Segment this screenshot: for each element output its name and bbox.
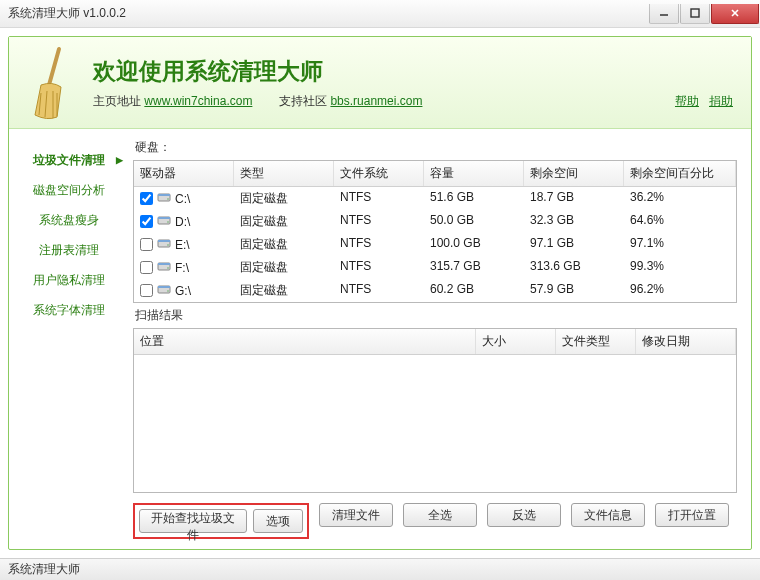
- col-header-drive[interactable]: 驱动器: [134, 161, 234, 186]
- sidebar-item-label: 垃圾文件清理: [33, 152, 105, 169]
- drive-cap: 51.6 GB: [424, 188, 524, 209]
- donate-link[interactable]: 捐助: [709, 94, 733, 108]
- highlight-box: 开始查找垃圾文件 选项: [133, 503, 309, 539]
- drive-fs: NTFS: [334, 280, 424, 301]
- svg-point-7: [167, 198, 169, 200]
- titlebar: 系统清理大师 v1.0.0.2: [0, 0, 760, 28]
- links-row: 主页地址 www.win7china.com 支持社区 bbs.ruanmei.…: [93, 93, 422, 110]
- col-header-cap[interactable]: 容量: [424, 161, 524, 186]
- svg-rect-12: [158, 240, 170, 242]
- clean-button[interactable]: 清理文件: [319, 503, 393, 527]
- drive-icon: [157, 191, 171, 206]
- drive-checkbox[interactable]: [140, 215, 153, 228]
- community-label: 支持社区: [279, 94, 327, 108]
- help-link[interactable]: 帮助: [675, 94, 699, 108]
- community-link[interactable]: bbs.ruanmei.com: [330, 94, 422, 108]
- drive-type: 固定磁盘: [234, 280, 334, 301]
- button-row: 开始查找垃圾文件 选项 清理文件 全选 反选 文件信息 打开位置: [133, 503, 737, 539]
- drive-free: 57.9 GB: [524, 280, 624, 301]
- homepage-label: 主页地址: [93, 94, 141, 108]
- drive-cap: 50.0 GB: [424, 211, 524, 232]
- col-header-pct[interactable]: 剩余空间百分比: [624, 161, 736, 186]
- drive-fs: NTFS: [334, 234, 424, 255]
- drive-pct: 99.3%: [624, 257, 736, 278]
- drive-name: C:\: [175, 192, 190, 206]
- svg-rect-15: [158, 263, 170, 265]
- sidebar-item-privacy-clean[interactable]: 用户隐私清理: [9, 265, 129, 295]
- minimize-button[interactable]: [649, 4, 679, 24]
- results-listview: 位置 大小 文件类型 修改日期: [133, 328, 737, 493]
- col-header-size[interactable]: 大小: [476, 329, 556, 354]
- sidebar-item-label: 用户隐私清理: [33, 272, 105, 289]
- drive-pct: 97.1%: [624, 234, 736, 255]
- drive-checkbox[interactable]: [140, 238, 153, 251]
- sidebar-item-junk-clean[interactable]: 垃圾文件清理: [9, 145, 129, 175]
- svg-line-4: [49, 49, 59, 85]
- drive-type: 固定磁盘: [234, 234, 334, 255]
- col-header-date[interactable]: 修改日期: [636, 329, 736, 354]
- col-header-ftype[interactable]: 文件类型: [556, 329, 636, 354]
- sidebar-item-font-clean[interactable]: 系统字体清理: [9, 295, 129, 325]
- svg-point-19: [167, 290, 169, 292]
- broom-icon: [27, 45, 77, 121]
- file-info-button[interactable]: 文件信息: [571, 503, 645, 527]
- drive-cap: 100.0 GB: [424, 234, 524, 255]
- svg-rect-9: [158, 217, 170, 219]
- open-location-button[interactable]: 打开位置: [655, 503, 729, 527]
- sidebar-item-label: 系统盘瘦身: [39, 212, 99, 229]
- table-row[interactable]: D:\固定磁盘NTFS50.0 GB32.3 GB64.6%: [134, 210, 736, 233]
- table-row[interactable]: C:\固定磁盘NTFS51.6 GB18.7 GB36.2%: [134, 187, 736, 210]
- svg-point-16: [167, 267, 169, 269]
- options-button[interactable]: 选项: [253, 509, 303, 533]
- drive-checkbox[interactable]: [140, 192, 153, 205]
- disks-listview: 驱动器 类型 文件系统 容量 剩余空间 剩余空间百分比 C:\固定磁盘NTFS5…: [133, 160, 737, 303]
- results-label: 扫描结果: [135, 307, 737, 324]
- statusbar: 系统清理大师: [0, 558, 760, 580]
- main-area: 硬盘： 驱动器 类型 文件系统 容量 剩余空间 剩余空间百分比 C:\固定磁盘N…: [129, 129, 751, 549]
- drive-name: F:\: [175, 261, 189, 275]
- col-header-free[interactable]: 剩余空间: [524, 161, 624, 186]
- drive-icon: [157, 214, 171, 229]
- col-header-location[interactable]: 位置: [134, 329, 476, 354]
- drive-free: 18.7 GB: [524, 188, 624, 209]
- drive-cap: 315.7 GB: [424, 257, 524, 278]
- results-header-row: 位置 大小 文件类型 修改日期: [134, 329, 736, 355]
- sidebar-item-registry-clean[interactable]: 注册表清理: [9, 235, 129, 265]
- table-row[interactable]: F:\固定磁盘NTFS315.7 GB313.6 GB99.3%: [134, 256, 736, 279]
- status-text: 系统清理大师: [8, 561, 80, 578]
- drive-checkbox[interactable]: [140, 284, 153, 297]
- table-row[interactable]: E:\固定磁盘NTFS100.0 GB97.1 GB97.1%: [134, 233, 736, 256]
- header: 欢迎使用系统清理大师 主页地址 www.win7china.com 支持社区 b…: [9, 37, 751, 129]
- drive-name: G:\: [175, 284, 191, 298]
- col-header-type[interactable]: 类型: [234, 161, 334, 186]
- start-scan-button[interactable]: 开始查找垃圾文件: [139, 509, 247, 533]
- drive-type: 固定磁盘: [234, 257, 334, 278]
- sidebar: 垃圾文件清理 磁盘空间分析 系统盘瘦身 注册表清理 用户隐私清理 系统字体清理: [9, 129, 129, 549]
- app-title: 欢迎使用系统清理大师: [93, 56, 422, 87]
- drive-free: 313.6 GB: [524, 257, 624, 278]
- drive-pct: 64.6%: [624, 211, 736, 232]
- sidebar-item-system-slim[interactable]: 系统盘瘦身: [9, 205, 129, 235]
- table-row[interactable]: G:\固定磁盘NTFS60.2 GB57.9 GB96.2%: [134, 279, 736, 302]
- drive-free: 32.3 GB: [524, 211, 624, 232]
- drive-checkbox[interactable]: [140, 261, 153, 274]
- sidebar-item-label: 注册表清理: [39, 242, 99, 259]
- homepage-link[interactable]: www.win7china.com: [144, 94, 252, 108]
- drive-icon: [157, 283, 171, 298]
- maximize-button[interactable]: [680, 4, 710, 24]
- svg-rect-18: [158, 286, 170, 288]
- drive-cap: 60.2 GB: [424, 280, 524, 301]
- select-all-button[interactable]: 全选: [403, 503, 477, 527]
- drive-icon: [157, 237, 171, 252]
- invert-button[interactable]: 反选: [487, 503, 561, 527]
- close-button[interactable]: [711, 4, 759, 24]
- top-links: 帮助 捐助: [675, 93, 733, 110]
- sidebar-item-label: 磁盘空间分析: [33, 182, 105, 199]
- drive-fs: NTFS: [334, 188, 424, 209]
- svg-rect-1: [691, 9, 699, 17]
- disks-header-row: 驱动器 类型 文件系统 容量 剩余空间 剩余空间百分比: [134, 161, 736, 187]
- col-header-fs[interactable]: 文件系统: [334, 161, 424, 186]
- drive-fs: NTFS: [334, 257, 424, 278]
- sidebar-item-disk-analysis[interactable]: 磁盘空间分析: [9, 175, 129, 205]
- main-panel: 欢迎使用系统清理大师 主页地址 www.win7china.com 支持社区 b…: [8, 36, 752, 550]
